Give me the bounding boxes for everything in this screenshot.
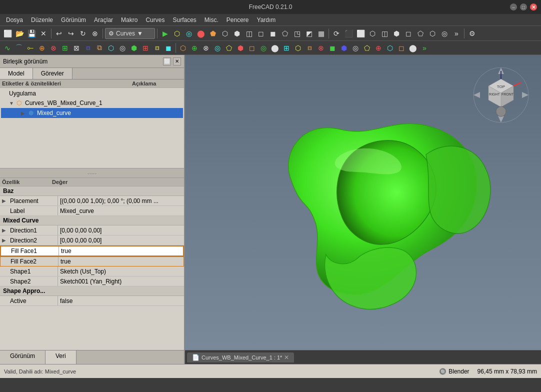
- curve-btn-10[interactable]: ⬡: [106, 42, 116, 54]
- curve-btn-5[interactable]: ⊗: [48, 42, 59, 54]
- curve-btn-9[interactable]: ⧉: [94, 42, 105, 54]
- curve-btn-22[interactable]: ◻: [246, 42, 258, 54]
- curve-btn-31[interactable]: ◎: [350, 42, 361, 54]
- prop-row-label[interactable]: Label Mixed_curve: [0, 206, 184, 216]
- curve-btn-2[interactable]: ⌒: [14, 42, 24, 54]
- tb-btn-20[interactable]: ⬢: [391, 28, 402, 39]
- curve-btn-20[interactable]: ⬠: [224, 42, 234, 54]
- more-tools-button[interactable]: »: [451, 28, 462, 39]
- tb-btn-3[interactable]: ◎: [184, 28, 194, 39]
- tb-btn-5[interactable]: ⬟: [208, 28, 218, 39]
- curve-btn-16[interactable]: ⬡: [178, 42, 188, 54]
- curve-more-button[interactable]: »: [419, 42, 430, 54]
- tb-btn-8[interactable]: ◫: [244, 28, 254, 39]
- open-button[interactable]: 📂: [14, 28, 25, 39]
- curve-btn-28[interactable]: ⊗: [316, 42, 326, 54]
- refresh-button[interactable]: ↻: [78, 28, 88, 39]
- curve-btn-36[interactable]: ⬤: [408, 42, 418, 54]
- stop-button[interactable]: ⊗: [90, 28, 100, 39]
- menu-araclar[interactable]: Araçlar: [90, 16, 117, 24]
- curve-btn-8[interactable]: ⧈: [82, 42, 94, 54]
- prop-row-fillface1[interactable]: Fill Face1 true: [0, 246, 184, 256]
- tb-btn-7[interactable]: ⬢: [232, 28, 242, 39]
- viewport[interactable]: TOP FRONT RIGHT 📄 Curves_WB_Mixed_Curve_…: [185, 55, 541, 364]
- prop-row-shape1[interactable]: Shape1 Sketch (Ust_Top): [0, 266, 184, 276]
- tb-btn-11[interactable]: ⬠: [280, 28, 290, 39]
- menu-gorunum[interactable]: Görünüm: [57, 16, 90, 24]
- menu-surfaces[interactable]: Surfaces: [168, 16, 200, 24]
- tab-model[interactable]: Model: [0, 68, 33, 79]
- tb-btn-23[interactable]: ⬡: [427, 28, 438, 39]
- tb-btn-22[interactable]: ⬠: [415, 28, 426, 39]
- curve-btn-6[interactable]: ⊞: [60, 42, 70, 54]
- tree-root-item[interactable]: ▼ ⬡ Curves_WB_Mixed_Curve_1: [1, 98, 183, 108]
- bottom-tab-data[interactable]: Veri: [46, 350, 76, 364]
- prop-row-active[interactable]: Active false: [0, 296, 184, 306]
- undo-button[interactable]: ↩: [54, 28, 64, 39]
- tb-btn-19[interactable]: ◫: [379, 28, 390, 39]
- curve-btn-3[interactable]: ⟜: [25, 42, 36, 54]
- save-button[interactable]: 💾: [26, 28, 37, 39]
- curve-btn-30[interactable]: ⬢: [338, 42, 350, 54]
- curve-btn-23[interactable]: ◎: [258, 42, 269, 54]
- curve-btn-13[interactable]: ⊞: [140, 42, 151, 54]
- menu-duzenle[interactable]: Düzenle: [27, 16, 57, 24]
- prop-row-shape2[interactable]: Shape2 Sketch001 (Yan_Right): [0, 276, 184, 286]
- curve-btn-35[interactable]: ◻: [396, 42, 407, 54]
- tree-child-item[interactable]: ▶ ⬢ Mixed_curve: [1, 108, 183, 118]
- viewport-tab[interactable]: 📄 Curves_WB_Mixed_Curve_1 : 1* ✕: [187, 352, 294, 362]
- navigation-cube[interactable]: TOP FRONT RIGHT: [471, 65, 531, 125]
- curve-btn-21[interactable]: ⬢: [235, 42, 246, 54]
- viewport-tab-close-icon[interactable]: ✕: [284, 354, 289, 361]
- tb-btn-21[interactable]: ◻: [403, 28, 414, 39]
- tb-btn-16[interactable]: ⬛: [343, 28, 354, 39]
- tab-tasks[interactable]: Görevler: [33, 68, 72, 79]
- close-button[interactable]: ✕: [530, 4, 537, 10]
- prop-row-dir2[interactable]: ▶ Direction2 [0,00 0,00 0,00]: [0, 236, 184, 246]
- menu-dosya[interactable]: Dosya: [2, 16, 27, 24]
- curve-btn-25[interactable]: ⊞: [281, 42, 292, 54]
- maximize-button[interactable]: □: [520, 4, 527, 10]
- tb-btn-1[interactable]: ▶: [160, 28, 170, 39]
- curve-btn-17[interactable]: ⊕: [189, 42, 200, 54]
- settings-button[interactable]: ⚙: [466, 28, 478, 39]
- tb-btn-6[interactable]: ⬡: [220, 28, 230, 39]
- workbench-dropdown[interactable]: ⚙ Curves ▼: [105, 28, 155, 39]
- curve-btn-12[interactable]: ⬢: [128, 42, 140, 54]
- curve-btn-18[interactable]: ⊗: [200, 42, 212, 54]
- tb-btn-2[interactable]: ⬡: [172, 28, 182, 39]
- expand-button[interactable]: ⬜: [163, 58, 171, 66]
- tb-btn-15[interactable]: ⟳: [331, 28, 342, 39]
- tb-btn-24[interactable]: ◎: [439, 28, 450, 39]
- curve-btn-33[interactable]: ⊕: [373, 42, 384, 54]
- curve-btn-34[interactable]: ⬡: [384, 42, 396, 54]
- tb-btn-14[interactable]: ▦: [316, 28, 326, 39]
- new-button[interactable]: ⬜: [2, 28, 13, 39]
- menu-makro[interactable]: Makro: [117, 16, 142, 24]
- curve-btn-1[interactable]: ∿: [2, 42, 13, 54]
- curve-btn-14[interactable]: ⧈: [152, 42, 162, 54]
- menu-pencere[interactable]: Pencere: [222, 16, 253, 24]
- tb-btn-12[interactable]: ◳: [292, 28, 302, 39]
- redo-button[interactable]: ↪: [66, 28, 76, 39]
- close-doc-button[interactable]: ✕: [38, 28, 49, 39]
- curve-btn-19[interactable]: ◎: [212, 42, 223, 54]
- tb-btn-18[interactable]: ⬡: [367, 28, 378, 39]
- curve-btn-4[interactable]: ⊕: [36, 42, 48, 54]
- tb-btn-10[interactable]: ◼: [268, 28, 278, 39]
- close-panel-button[interactable]: ✕: [173, 58, 181, 66]
- menu-yardim[interactable]: Yardım: [253, 16, 280, 24]
- curve-btn-11[interactable]: ◎: [117, 42, 128, 54]
- curve-btn-15[interactable]: ◼: [163, 42, 174, 54]
- minimize-button[interactable]: –: [510, 4, 517, 10]
- prop-row-fillface2[interactable]: Fill Face2 true: [0, 256, 184, 266]
- prop-expand-icon[interactable]: ▶: [0, 196, 8, 206]
- curve-btn-24[interactable]: ⬤: [270, 42, 280, 54]
- prop-expand-dir1-icon[interactable]: ▶: [0, 226, 8, 235]
- curve-btn-27[interactable]: ⧈: [304, 42, 315, 54]
- curve-btn-29[interactable]: ◼: [327, 42, 338, 54]
- menu-curves[interactable]: Curves: [142, 16, 168, 24]
- tb-btn-13[interactable]: ◩: [304, 28, 314, 39]
- tb-btn-17[interactable]: ⬜: [355, 28, 366, 39]
- prop-expand-dir2-icon[interactable]: ▶: [0, 236, 8, 245]
